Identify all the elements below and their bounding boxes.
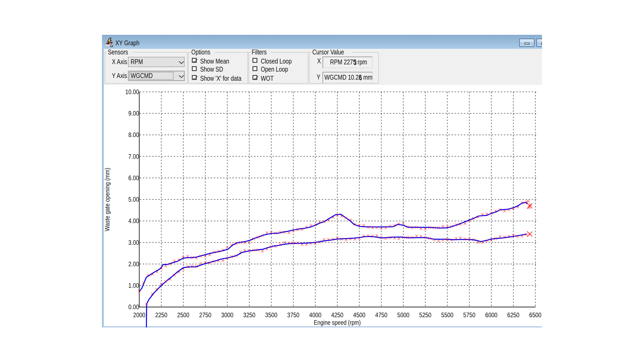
svg-text:6500: 6500 — [529, 312, 541, 319]
svg-text:Engine speed (rpm): Engine speed (rpm) — [314, 319, 361, 326]
svg-text:1.00: 1.00 — [128, 282, 139, 289]
svg-text:2000: 2000 — [133, 312, 145, 319]
svg-text:10.00: 10.00 — [125, 88, 139, 95]
svg-text:4750: 4750 — [375, 312, 387, 319]
svg-text:2750: 2750 — [199, 312, 211, 319]
svg-text:3250: 3250 — [243, 312, 255, 319]
svg-text:9.00: 9.00 — [128, 110, 139, 117]
svg-text:2250: 2250 — [155, 312, 167, 319]
svg-text:2.00: 2.00 — [128, 260, 139, 268]
svg-text:3750: 3750 — [287, 312, 299, 319]
svg-text:6000: 6000 — [485, 312, 497, 319]
svg-text:5000: 5000 — [397, 312, 409, 319]
svg-text:6250: 6250 — [507, 312, 519, 319]
svg-text:8.00: 8.00 — [128, 131, 139, 139]
svg-text:5250: 5250 — [419, 312, 431, 319]
svg-text:4000: 4000 — [309, 312, 321, 319]
svg-text:3.00: 3.00 — [128, 239, 139, 246]
svg-text:5.00: 5.00 — [128, 196, 139, 203]
svg-text:5500: 5500 — [441, 312, 453, 319]
svg-text:3000: 3000 — [221, 312, 233, 319]
svg-text:7.00: 7.00 — [128, 153, 139, 160]
svg-text:4500: 4500 — [353, 312, 365, 319]
svg-text:4250: 4250 — [331, 312, 343, 319]
svg-text:4.00: 4.00 — [128, 217, 139, 225]
svg-text:Waste gate opening (mm): Waste gate opening (mm) — [104, 168, 111, 231]
svg-text:3500: 3500 — [265, 312, 277, 319]
svg-text:2500: 2500 — [177, 312, 189, 319]
svg-text:0.00: 0.00 — [128, 304, 139, 311]
svg-text:5750: 5750 — [463, 312, 475, 319]
svg-text:6.00: 6.00 — [128, 174, 139, 182]
